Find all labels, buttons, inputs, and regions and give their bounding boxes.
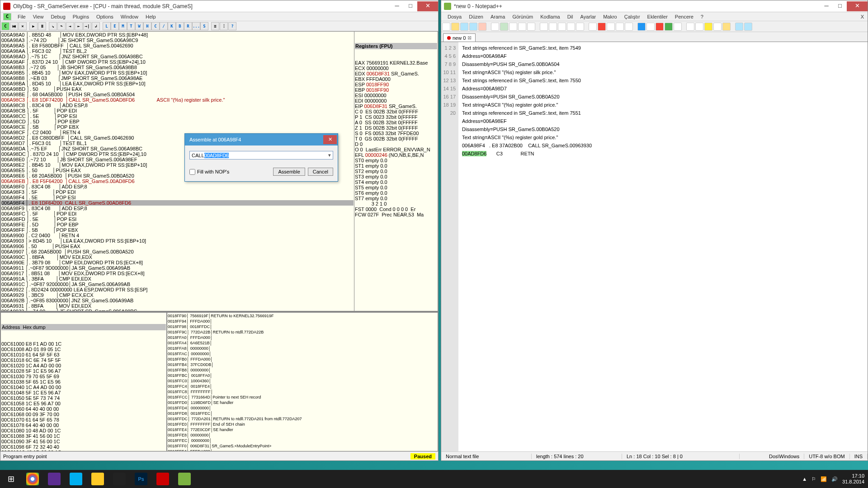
tool-L[interactable]: L (103, 22, 111, 30)
npp-editor[interactable]: 1 2 3 4 5 6 7 8 9 10 11 12 13 14 15 16 1… (441, 42, 868, 451)
menu-çalıştır[interactable]: Çalıştır (621, 13, 644, 20)
npp-tool-2[interactable] (460, 23, 468, 31)
tool-opts[interactable]: ⋮ (220, 22, 228, 30)
cpu-icon[interactable]: C (3, 13, 11, 20)
menu-view[interactable]: View (29, 13, 47, 20)
menu-makro[interactable]: Makro (599, 13, 621, 20)
npp-tool-17[interactable] (607, 23, 615, 31)
menu-dosya[interactable]: Dosya (444, 13, 465, 20)
npp-tool-5[interactable] (491, 23, 499, 31)
npp-tool-16[interactable] (598, 23, 606, 31)
npp-tool-8[interactable] (518, 23, 526, 31)
tool-C[interactable]: C (151, 22, 160, 30)
tool-c[interactable]: C (1, 22, 9, 30)
tool-T[interactable]: T (127, 22, 135, 30)
menu-görünüm[interactable]: Görünüm (509, 13, 537, 20)
tool-rewind[interactable]: ⏮ (10, 22, 18, 30)
tool-H[interactable]: H (143, 22, 151, 30)
tool-/[interactable]: / (160, 22, 168, 30)
menu-plugins[interactable]: Plugins (69, 13, 93, 20)
npp-tool-31[interactable] (744, 23, 752, 31)
npp-tool-3[interactable] (469, 23, 477, 31)
tool-ret[interactable]: ↲ (92, 22, 100, 30)
npp-tool-13[interactable] (567, 23, 575, 31)
tray-flag-icon[interactable]: ⚐ (811, 476, 816, 482)
taskbar-vs[interactable] (43, 470, 65, 488)
assemble-close-button[interactable]: ✕ (323, 135, 337, 144)
menu-arama[interactable]: Arama (487, 13, 509, 20)
olly-titlebar[interactable]: OllyDbg - SR_GameServer.exe - [CPU - mai… (0, 0, 438, 12)
npp-tool-9[interactable] (527, 23, 535, 31)
menu-debug[interactable]: Debug (47, 13, 69, 20)
npp-tool-4[interactable] (478, 23, 486, 31)
close-button[interactable]: ✕ (417, 1, 438, 11)
assemble-button[interactable]: Assemble (273, 168, 305, 176)
tool-play[interactable]: ▶ (29, 22, 38, 30)
tool-stepinto[interactable]: ↘ (49, 22, 57, 30)
start-button[interactable]: ⊞ (0, 470, 22, 488)
npp-tool-23[interactable] (665, 23, 673, 31)
tool-W[interactable]: W (135, 22, 143, 30)
maximize-button[interactable]: □ (833, 1, 847, 11)
code-area[interactable]: Text strings referenced in SR_GameS:.tex… (458, 42, 868, 451)
tool-stepover[interactable]: ↷ (57, 22, 66, 30)
npp-tool-22[interactable] (656, 23, 664, 31)
npp-tool-26[interactable] (695, 23, 703, 31)
npp-tool-14[interactable] (576, 23, 584, 31)
tool-...[interactable]: ... (192, 22, 200, 30)
npp-tool-29[interactable] (722, 23, 731, 31)
taskbar-skype[interactable] (65, 470, 87, 488)
taskbar-cmd[interactable] (108, 470, 130, 488)
npp-tool-12[interactable] (558, 23, 566, 31)
menu-düzen[interactable]: Düzen (465, 13, 487, 20)
taskbar-explorer[interactable] (87, 470, 108, 488)
tool-S[interactable]: S (200, 22, 208, 30)
registers-pane[interactable]: Registers (FPU) EAX 75669191 KERNEL32.Ba… (354, 32, 438, 311)
taskbar-notepadpp[interactable] (174, 470, 195, 488)
npp-tool-24[interactable] (674, 23, 682, 31)
tool-list[interactable]: ≡ (211, 22, 219, 30)
tool-traceout[interactable]: ⇤ (75, 22, 83, 30)
assemble-input[interactable]: CALL 00AD8FD6 ▾ (189, 151, 333, 160)
tool-K[interactable]: K (168, 22, 176, 30)
npp-tool-20[interactable] (637, 23, 646, 31)
tool-M[interactable]: M (119, 22, 127, 30)
npp-tool-18[interactable] (616, 23, 624, 31)
npp-tool-15[interactable] (589, 23, 597, 31)
menu-file[interactable]: File (14, 13, 29, 20)
menu-help[interactable]: Help (142, 13, 160, 20)
tool-pause[interactable]: ⏸ (38, 22, 46, 30)
fill-nops-checkbox[interactable] (189, 169, 195, 175)
npp-tool-7[interactable] (509, 23, 517, 31)
npp-tool-27[interactable] (704, 23, 712, 31)
tab-close-icon[interactable]: ⊠ (467, 35, 472, 41)
npp-tool-21[interactable] (646, 23, 655, 31)
minimize-button[interactable]: ─ (820, 1, 833, 11)
npp-tool-0[interactable] (442, 23, 450, 31)
npp-titlebar[interactable]: *new 0 - Notepad++ ─ □ ✕ (441, 0, 868, 12)
npp-tool-11[interactable] (549, 23, 557, 31)
npp-tool-10[interactable] (540, 23, 548, 31)
taskbar-chrome[interactable] (22, 470, 43, 488)
stack-pane[interactable]: 0018FF90│ 7566919F│RETURN to KERNEL32.75… (167, 312, 438, 451)
taskbar-photoshop[interactable]: Ps (130, 470, 152, 488)
menu-options[interactable]: Options (93, 13, 117, 20)
tray-volume-icon[interactable]: 🔊 (831, 476, 838, 482)
menu-ayarlar[interactable]: Ayarlar (577, 13, 600, 20)
npp-tool-28[interactable] (713, 23, 722, 31)
npp-tab-new0[interactable]: new 0 ⊠ (443, 33, 476, 42)
tool-help[interactable]: ? (228, 22, 236, 30)
menu-window[interactable]: Window (117, 13, 142, 20)
system-tray[interactable]: ▲ ⚐ 📶 🔊 17:10 31.8.2014 (802, 473, 868, 485)
menu-kodlama[interactable]: Kodlama (537, 13, 563, 20)
hex-dump-pane[interactable]: Address Hex dump 00C61000 E8 F1 AD 00 1C… (0, 312, 167, 451)
menu-eklentiler[interactable]: Eklentiler (644, 13, 671, 20)
taskbar-ollydbg[interactable] (152, 470, 174, 488)
tool-R[interactable]: R (184, 22, 192, 30)
menu-dil[interactable]: Dil (564, 13, 577, 20)
minimize-button[interactable]: ─ (390, 1, 404, 11)
menu-?[interactable]: ? (697, 13, 707, 20)
maximize-button[interactable]: □ (404, 1, 417, 11)
npp-tool-6[interactable] (500, 23, 508, 31)
npp-tool-25[interactable] (686, 23, 694, 31)
